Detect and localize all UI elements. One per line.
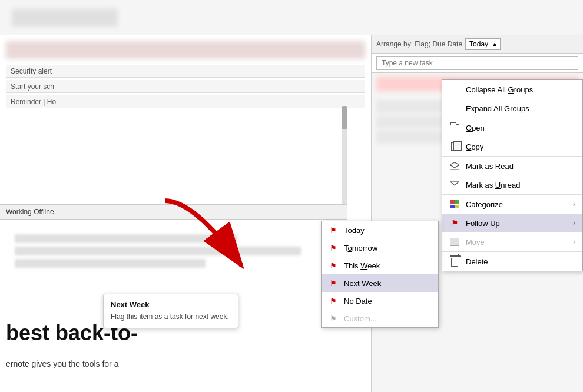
context-menu-right: Collapse All Groups Expand All Groups Op… <box>442 79 583 271</box>
email-label-3: Reminder | Ho <box>11 98 56 106</box>
copy-icon <box>449 141 460 152</box>
flag-gray-custom: ⚑ <box>330 314 337 323</box>
grid-cell-2 <box>455 200 459 204</box>
email-list-area: Security alert Start your sch Reminder |… <box>0 35 371 117</box>
flag-tomorrow-icon: ⚑ <box>329 243 338 253</box>
svg-marker-1 <box>450 165 459 170</box>
flag-red-nodate: ⚑ <box>330 297 337 305</box>
arrange-label: Arrange by: Flag; Due Date <box>376 40 462 48</box>
sub-next-week[interactable]: ⚑ Next Week <box>322 274 438 292</box>
sub-no-date[interactable]: ⚑ No Date <box>322 292 438 310</box>
right-panel: Arrange by: Flag; Due Date Today ▲ Colla… <box>371 35 583 392</box>
email-item-3[interactable]: Reminder | Ho <box>6 95 365 108</box>
flag-thisweek-icon: ⚑ <box>329 261 338 270</box>
cm-copy[interactable]: Copy <box>442 137 582 156</box>
open-icon <box>449 122 460 133</box>
copy-icon-shape <box>451 142 458 151</box>
folder-icon-shape <box>450 124 459 131</box>
cm-expand-all[interactable]: Expand All Groups <box>442 99 582 118</box>
body-text: ernote gives you the tools for a <box>6 359 118 368</box>
flag-nextweek-icon: ⚑ <box>329 278 338 288</box>
cm-collapse-label: Collapse All Groups <box>466 85 575 94</box>
email-label-2: Start your sch <box>11 82 54 91</box>
collapse-icon <box>449 84 460 95</box>
sub-next-week-label: Next Week <box>344 279 381 288</box>
tooltip-box: Next Week Flag this item as a task for n… <box>103 294 238 328</box>
flag-red-thisweek: ⚑ <box>330 261 337 270</box>
sub-today[interactable]: ⚑ Today <box>322 221 438 239</box>
sub-this-week[interactable]: ⚑ This Week <box>322 257 438 274</box>
cm-mark-read-label: Mark as Read <box>466 162 575 171</box>
tooltip-description: Flag this item as a task for next week. <box>111 312 231 322</box>
cm-mark-unread[interactable]: Mark as Unread <box>442 175 582 194</box>
flag-red-today: ⚑ <box>330 226 337 235</box>
top-bar <box>0 0 583 35</box>
cm-follow-up-label: Follow Up <box>466 219 567 228</box>
cm-copy-label: Copy <box>466 142 575 151</box>
cm-mark-unread-label: Mark as Unread <box>466 181 575 190</box>
flag-custom-icon: ⚑ <box>329 314 338 323</box>
arrange-dropdown[interactable]: Today ▲ <box>465 38 501 50</box>
cm-collapse-all[interactable]: Collapse All Groups <box>442 80 582 99</box>
red-arrow-svg <box>147 189 277 283</box>
move-arrow: › <box>573 238 575 246</box>
sub-this-week-label: This Week <box>344 261 380 270</box>
cm-open-label: Open <box>466 124 575 132</box>
expand-icon <box>449 103 460 114</box>
sub-no-date-label: No Date <box>344 297 372 305</box>
main-content: Security alert Start your sch Reminder |… <box>0 35 583 392</box>
cm-mark-read[interactable]: Mark as Read <box>442 156 582 175</box>
grid-cell-3 <box>450 205 455 209</box>
sub-custom-label: Custom... <box>344 314 377 323</box>
flag-icon-red: ⚑ <box>451 218 459 228</box>
flag-nodate-icon: ⚑ <box>329 296 338 305</box>
cm-delete-label: Delete <box>466 257 575 266</box>
blurred-header <box>6 41 365 59</box>
move-icon <box>449 237 460 247</box>
flag-red-nextweek: ⚑ <box>330 279 337 288</box>
move-icon-shape <box>450 238 459 246</box>
email-list: Security alert Start your sch Reminder |… <box>6 62 365 111</box>
flag-today-icon: ⚑ <box>329 225 338 235</box>
sub-tomorrow-label: Tomorrow <box>344 244 377 253</box>
cm-follow-up[interactable]: ⚑ Follow Up › <box>442 214 582 232</box>
scrollbar-thumb[interactable] <box>342 106 347 129</box>
left-panel: Security alert Start your sch Reminder |… <box>0 35 371 392</box>
sub-tomorrow[interactable]: ⚑ Tomorrow <box>322 239 438 257</box>
delete-icon <box>449 256 460 267</box>
grid-cell-1 <box>450 200 455 204</box>
email-item-1[interactable]: Security alert <box>6 65 365 78</box>
task-input[interactable] <box>376 56 578 70</box>
cm-categorize-label: Categorize <box>466 200 567 209</box>
email-item-2[interactable]: Start your sch <box>6 80 365 93</box>
mark-read-icon <box>449 161 460 171</box>
email-label-1: Security alert <box>11 67 52 75</box>
categorize-icon <box>449 199 460 210</box>
cm-delete[interactable]: Delete <box>442 251 582 271</box>
envelope-closed-svg <box>450 181 459 188</box>
mark-unread-icon <box>449 180 460 190</box>
arrange-dropdown-arrow: ▲ <box>492 41 498 47</box>
cm-categorize[interactable]: Categorize › <box>442 194 582 214</box>
tooltip-title: Next Week <box>111 300 231 309</box>
cm-expand-label: Expand All Groups <box>466 104 575 113</box>
app-logo <box>12 9 118 26</box>
task-input-bar <box>372 54 583 73</box>
arrange-bar: Arrange by: Flag; Due Date Today ▲ <box>372 35 583 54</box>
follow-up-arrow: › <box>573 219 575 227</box>
sub-custom[interactable]: ⚑ Custom... <box>322 310 438 327</box>
flag-red-tomorrow: ⚑ <box>330 244 337 253</box>
categorize-arrow: › <box>573 200 575 208</box>
follow-up-icon: ⚑ <box>449 218 460 228</box>
cm-open[interactable]: Open <box>442 118 582 137</box>
followup-submenu: ⚑ Today ⚑ Tomorrow ⚑ This Week ⚑ Next We… <box>321 221 439 328</box>
offline-text: Working Offline. <box>6 208 56 216</box>
sub-today-label: Today <box>344 226 365 235</box>
trash-icon-shape <box>451 258 458 267</box>
cm-move-label: Move <box>466 238 567 247</box>
arrange-dropdown-value: Today <box>469 40 488 48</box>
cm-move[interactable]: Move › <box>442 232 582 251</box>
envelope-open-svg <box>450 162 459 170</box>
grid-cell-4 <box>455 205 459 209</box>
grid-icon-shape <box>450 200 459 208</box>
